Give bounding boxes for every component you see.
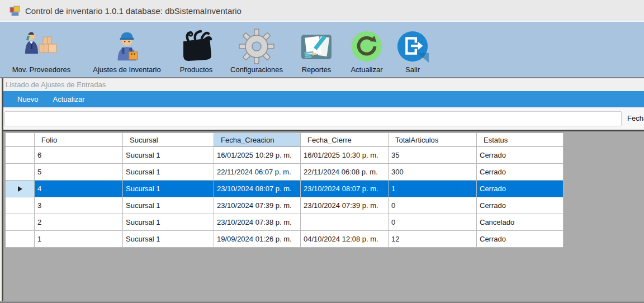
menubar: Nuevo Actualizar [3,91,644,107]
table-row[interactable]: 1Sucursal 119/09/2024 01:26 p. m.04/10/2… [6,231,564,248]
app-icon [10,6,20,16]
inventory-adjust-icon [110,28,144,65]
cell-fecha-cierre[interactable]: 22/11/2024 06:08 p. m. [301,164,389,181]
cell-sucursal[interactable]: Sucursal 1 [123,214,214,231]
filter-bar: Fecha [3,107,644,130]
cell-fecha-cierre[interactable] [301,214,389,231]
cell-fecha-creacion[interactable]: 22/11/2024 06:07 p. m. [214,164,301,181]
fecha-label: Fecha [627,114,644,122]
row-selector-cell[interactable] [6,181,35,197]
cell-fecha-cierre[interactable]: 23/10/2024 08:07 p. m. [301,181,389,197]
cell-fecha-creacion[interactable]: 19/09/2024 01:26 p. m. [214,231,301,248]
application-window: Control de inventario 1.0.1 database: db… [0,0,644,303]
table-row[interactable]: 3Sucursal 123/10/2024 07:39 p. m.23/10/2… [6,197,564,214]
current-row-arrow-icon [18,186,22,192]
cell-total-articulos[interactable]: 1 [389,181,477,197]
cell-fecha-cierre[interactable]: 04/10/2024 12:08 p. m. [301,231,389,248]
suppliers-icon [23,28,60,65]
cell-sucursal[interactable]: Sucursal 1 [123,147,214,164]
row-selector-cell[interactable] [6,214,35,231]
toolbar-item-salir[interactable]: Salir [396,28,429,74]
cell-folio[interactable]: 4 [35,181,123,197]
cell-estatus[interactable]: Cancelado [477,214,564,231]
settings-gear-icon [239,28,274,65]
cell-total-articulos[interactable]: 0 [389,214,477,231]
window-frame-bottom [0,301,644,303]
toolbar-item-productos[interactable]: Productos [174,28,218,74]
cell-fecha-creacion[interactable]: 23/10/2024 07:39 p. m. [214,197,301,214]
toolbar-item-label: Productos [180,65,213,74]
cell-sucursal[interactable]: Sucursal 1 [123,197,214,214]
cell-total-articulos[interactable]: 35 [389,147,477,164]
cell-estatus[interactable]: Cerrado [477,164,564,181]
toolbar-item-label: Mov. Proveedores [12,65,71,74]
column-header-sucursal[interactable]: Sucursal [123,133,214,147]
cell-sucursal[interactable]: Sucursal 1 [123,164,214,181]
grid-background: Folio Sucursal Fecha_Creacion Fecha_Cier… [3,130,644,301]
toolbar-item-label: Reportes [302,65,332,74]
reports-icon [299,28,334,65]
table-row[interactable]: 4Sucursal 123/10/2024 08:07 p. m.23/10/2… [6,181,564,197]
table-row[interactable]: 6Sucursal 116/01/2025 10:29 p. m.16/01/2… [6,147,564,164]
row-selector-cell[interactable] [6,231,35,248]
cell-fecha-creacion[interactable]: 23/10/2024 07:38 p. m. [214,214,301,231]
cell-estatus[interactable]: Cerrado [477,231,564,248]
column-header-totalarticulos[interactable]: TotalArticulos [389,133,477,147]
cell-fecha-cierre[interactable]: 23/10/2024 07:39 p. m. [301,197,389,214]
cell-folio[interactable]: 3 [35,197,123,214]
toolbar-item-reportes[interactable]: Reportes [295,28,338,74]
row-selector-cell[interactable] [6,164,35,181]
toolbar-item-mov-proveedores[interactable]: Mov. Proveedores [3,28,79,74]
exit-icon [395,28,430,65]
toolbar-item-actualizar[interactable]: Actualizar [343,28,390,74]
row-selector-cell[interactable] [6,197,35,214]
column-header-folio[interactable]: Folio [35,133,123,147]
cell-folio[interactable]: 5 [35,164,123,181]
column-header-estatus[interactable]: Estatus [477,133,564,147]
cell-total-articulos[interactable]: 300 [389,164,477,181]
cell-sucursal[interactable]: Sucursal 1 [123,231,214,248]
column-header-fecha-creacion[interactable]: Fecha_Creacion [214,133,301,147]
cell-folio[interactable]: 2 [35,214,123,231]
cell-total-articulos[interactable]: 0 [389,197,477,214]
row-selector-header[interactable] [6,133,35,147]
search-input[interactable] [4,111,622,126]
menu-item-nuevo[interactable]: Nuevo [12,91,44,107]
cell-estatus[interactable]: Cerrado [477,197,564,214]
mdi-child-title: Listado de Ajustes de Entradas [3,78,644,91]
cell-sucursal[interactable]: Sucursal 1 [123,181,214,197]
data-grid: Folio Sucursal Fecha_Creacion Fecha_Cier… [6,133,564,248]
toolbar-item-configuraciones[interactable]: Configuraciones [224,28,290,74]
toolbar-item-ajustes-de-inventario[interactable]: Ajustes de Inventario [85,28,169,74]
row-selector-cell[interactable] [6,147,35,164]
cell-fecha-creacion[interactable]: 16/01/2025 10:29 p. m. [214,147,301,164]
cell-fecha-cierre[interactable]: 16/01/2025 10:30 p. m. [301,147,389,164]
cell-estatus[interactable]: Cerrado [477,147,564,164]
table-row[interactable]: 2Sucursal 123/10/2024 07:38 p. m.0Cancel… [6,214,564,231]
toolbar-item-label: Salir [405,65,420,74]
toolbar-item-label: Ajustes de Inventario [93,65,160,74]
cell-estatus[interactable]: Cerrado [477,181,564,197]
cell-folio[interactable]: 1 [35,231,123,248]
toolbar: Mov. Proveedores Ajustes de Inventario P… [0,21,644,77]
column-header-fecha-cierre[interactable]: Fecha_Cierre [301,133,389,147]
refresh-icon [349,28,384,65]
products-bag-icon [178,28,214,65]
cell-fecha-creacion[interactable]: 23/10/2024 08:07 p. m. [214,181,301,197]
cell-total-articulos[interactable]: 12 [389,231,477,248]
cell-folio[interactable]: 6 [35,147,123,164]
table-row[interactable]: 5Sucursal 122/11/2024 06:07 p. m.22/11/2… [6,164,564,181]
window-title: Control de inventario 1.0.1 database: db… [25,6,242,16]
grid-header-row: Folio Sucursal Fecha_Creacion Fecha_Cier… [6,133,564,147]
window-titlebar: Control de inventario 1.0.1 database: db… [0,0,644,21]
toolbar-item-label: Configuraciones [230,65,283,74]
toolbar-item-label: Actualizar [351,65,382,74]
menu-item-actualizar[interactable]: Actualizar [48,91,90,107]
